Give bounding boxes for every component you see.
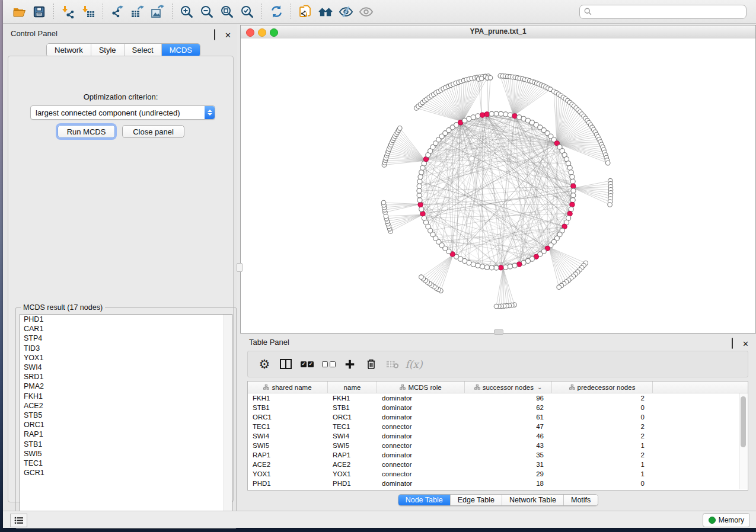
tab-network[interactable]: Network xyxy=(47,44,91,56)
table-tab-motifs[interactable]: Motifs xyxy=(564,495,598,505)
delete-column-icon[interactable] xyxy=(363,356,379,373)
table-tabs-row: Node TableEdge TableNetwork TableMotifs xyxy=(240,494,756,506)
mcds-result-list[interactable]: PHD1CAR1STP4TID3YOX1SWI4SRD1PMA2FKH1ACE2… xyxy=(20,314,232,524)
mcds-result-item[interactable]: ACE2 xyxy=(20,401,232,411)
float-table-panel-icon[interactable] xyxy=(732,338,738,345)
delete-table-icon[interactable] xyxy=(384,356,401,373)
memory-status-icon xyxy=(709,517,716,524)
table-cell: RAP1 xyxy=(328,451,377,459)
vertical-split-handle[interactable] xyxy=(237,263,243,272)
mcds-result-item[interactable]: TID3 xyxy=(20,344,232,353)
tab-style[interactable]: Style xyxy=(91,44,125,56)
export-table-icon[interactable] xyxy=(129,3,146,21)
zoom-in-icon[interactable] xyxy=(178,3,196,21)
mcds-result-item[interactable]: PMA2 xyxy=(20,382,232,391)
import-table-icon[interactable] xyxy=(79,3,97,21)
mcds-result-item[interactable]: STP4 xyxy=(20,334,232,343)
mcds-result-item[interactable]: RAP1 xyxy=(20,430,232,439)
column-header-shared-name[interactable]: shared name xyxy=(248,382,328,393)
table-tab-edge-table[interactable]: Edge Table xyxy=(451,495,502,505)
network-window-titlebar[interactable]: YPA_prune.txt_1 xyxy=(241,25,755,39)
table-tab-node-table[interactable]: Node Table xyxy=(398,495,451,505)
table-cell: 2 xyxy=(552,432,653,440)
function-builder-icon[interactable]: f(x) xyxy=(406,356,422,373)
tab-select[interactable]: Select xyxy=(125,44,162,56)
mcds-result-item[interactable]: ORC1 xyxy=(20,420,232,430)
float-window-icon[interactable] xyxy=(214,30,221,36)
refresh-icon[interactable] xyxy=(267,3,285,21)
table-cell: 43 xyxy=(465,442,552,449)
zoom-fit-icon[interactable] xyxy=(218,3,236,21)
mcds-result-item[interactable]: STB5 xyxy=(20,411,232,420)
home-icon[interactable] xyxy=(317,3,334,21)
toolbar-separator xyxy=(261,4,262,20)
table-row[interactable]: SWI4SWI4dominator462 xyxy=(248,431,748,441)
unselect-all-columns-icon[interactable] xyxy=(320,356,337,373)
table-cell: 0 xyxy=(552,414,653,421)
table-row[interactable]: FKH1FKH1dominator962 xyxy=(248,393,748,403)
table-scrollbar[interactable] xyxy=(739,393,747,489)
table-row[interactable]: ORC1ORC1dominator610 xyxy=(248,412,748,422)
create-column-icon[interactable] xyxy=(342,356,358,373)
shared-column-icon xyxy=(474,384,480,390)
select-all-columns-icon[interactable]: ✔✔ xyxy=(299,356,315,373)
mcds-result-item[interactable]: YOX1 xyxy=(20,353,232,363)
table-scrollbar-thumb[interactable] xyxy=(741,396,746,447)
export-image-icon[interactable] xyxy=(149,3,167,21)
horizontal-split-handle[interactable] xyxy=(494,329,503,335)
search-input[interactable] xyxy=(595,7,742,17)
mcds-result-item[interactable]: STB1 xyxy=(20,440,232,449)
table-row[interactable]: SWI5SWI5connector431 xyxy=(248,441,748,450)
table-row[interactable]: ACE2ACE2connector311 xyxy=(248,460,748,469)
table-cell: TEC1 xyxy=(328,423,377,430)
mcds-result-item[interactable]: FKH1 xyxy=(20,392,232,401)
table-cell: 35 xyxy=(465,451,552,459)
save-icon[interactable] xyxy=(30,3,48,21)
mcds-result-item[interactable]: GCR1 xyxy=(20,468,232,477)
table-cell: PHD1 xyxy=(328,480,377,487)
column-label: name xyxy=(344,384,361,391)
network-graph[interactable] xyxy=(241,39,755,333)
mcds-result-item[interactable]: SRD1 xyxy=(20,372,232,382)
column-header-successor-nodes[interactable]: successor nodes⌄ xyxy=(465,382,552,393)
network-canvas[interactable] xyxy=(241,39,755,333)
table-tab-network-table[interactable]: Network Table xyxy=(502,495,564,505)
table-settings-gear-icon[interactable]: ⚙ xyxy=(256,356,273,373)
optimization-criterion-select[interactable]: largest connected component (undirected) xyxy=(30,105,215,120)
mcds-result-item[interactable]: CAR1 xyxy=(20,324,232,334)
open-folder-icon[interactable] xyxy=(10,3,28,21)
mcds-result-item[interactable]: SWI4 xyxy=(20,363,232,372)
table-row[interactable]: TEC1TEC1connector472 xyxy=(248,422,748,431)
hide-graphics-details-icon[interactable] xyxy=(337,3,355,21)
column-header-mcds-role[interactable]: MCDS role xyxy=(377,382,465,393)
table-cell: 61 xyxy=(465,414,552,421)
column-header-name[interactable]: name xyxy=(328,382,377,393)
mcds-result-item[interactable]: TEC1 xyxy=(20,459,232,468)
table-row[interactable]: RAP1RAP1dominator352 xyxy=(248,450,748,460)
table-cell: 46 xyxy=(465,432,552,440)
column-header-predecessor-nodes[interactable]: predecessor nodes xyxy=(552,382,653,393)
table-row[interactable]: YOX1YOX1connector291 xyxy=(248,469,748,479)
mcds-result-item[interactable]: SWI5 xyxy=(20,449,232,459)
task-history-list-icon[interactable] xyxy=(10,514,27,527)
zoom-selected-icon[interactable] xyxy=(238,3,256,21)
tab-mcds[interactable]: MCDS xyxy=(162,44,200,56)
mcds-result-item[interactable]: PHD1 xyxy=(20,315,232,324)
table-cell: YOX1 xyxy=(248,470,328,477)
zoom-out-icon[interactable] xyxy=(198,3,216,21)
toolbar-separator xyxy=(53,4,54,20)
copy-view-icon[interactable] xyxy=(296,3,314,21)
import-network-icon[interactable] xyxy=(59,3,77,21)
close-panel-icon[interactable]: ✕ xyxy=(225,30,231,36)
mcds-list-scrollbar[interactable] xyxy=(224,315,232,523)
column-label: successor nodes xyxy=(483,384,534,391)
close-table-panel-icon[interactable]: ✕ xyxy=(742,338,749,345)
table-row[interactable]: STB1STB1dominator620 xyxy=(248,403,748,412)
close-panel-button[interactable]: Close panel xyxy=(122,125,184,138)
run-mcds-button[interactable]: Run MCDS xyxy=(58,125,115,138)
memory-button[interactable]: Memory xyxy=(703,513,750,527)
table-row[interactable]: PHD1PHD1dominator180 xyxy=(248,479,748,488)
show-graphics-details-icon[interactable] xyxy=(357,3,375,21)
show-columns-icon[interactable] xyxy=(277,356,294,373)
export-network-icon[interactable] xyxy=(109,3,126,21)
